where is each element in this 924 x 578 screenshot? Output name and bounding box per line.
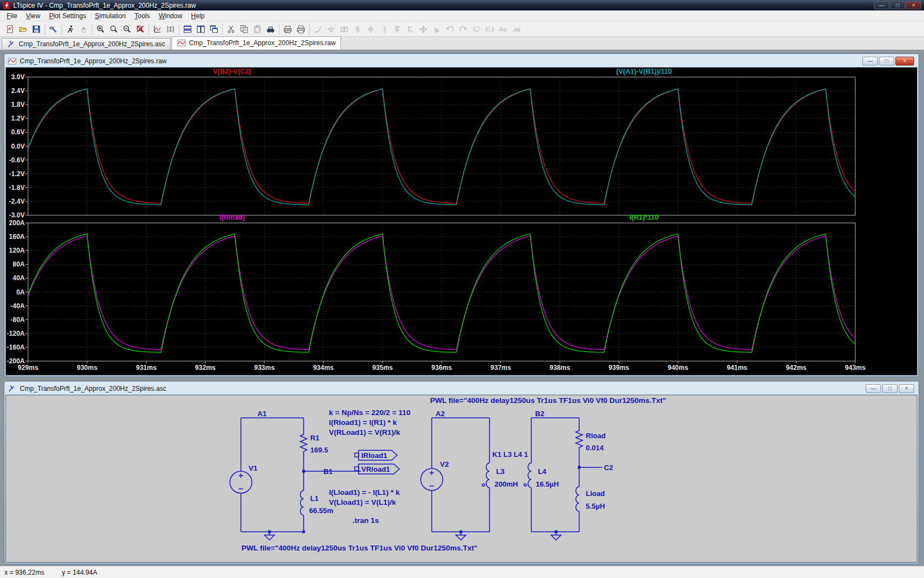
run-button[interactable]: [64, 23, 77, 35]
zoom-full-extents-button[interactable]: [134, 23, 147, 35]
annotation-k-formula[interactable]: k = Np/Ns = 220/2 = 110: [329, 408, 410, 417]
app-close-button[interactable]: ×: [906, 1, 921, 9]
net-label-b1[interactable]: B1: [323, 467, 333, 476]
zoom-in-button[interactable]: [94, 23, 107, 35]
resistor-r1[interactable]: [300, 433, 307, 454]
menu-simulation[interactable]: Simulation: [91, 11, 130, 21]
resistor-rload[interactable]: [576, 429, 582, 450]
net-label-c2[interactable]: C2: [604, 464, 613, 472]
tran-directive[interactable]: .tran 1s: [353, 516, 379, 525]
flag-irload1-label[interactable]: IRload1: [361, 451, 387, 460]
v2-name[interactable]: V2: [440, 460, 449, 468]
tile-horizontal-button[interactable]: [181, 23, 194, 35]
autorange-button[interactable]: [151, 23, 164, 35]
waveform-doc-icon: [177, 39, 186, 47]
zoom-area-icon: [109, 25, 118, 34]
flag-vrload1-label[interactable]: VRload1: [361, 465, 390, 473]
open-folder-icon: [19, 25, 28, 34]
l1-value[interactable]: 66.55m: [309, 506, 333, 515]
app-maximize-button[interactable]: □: [890, 1, 905, 9]
net-label-a1[interactable]: A1: [257, 410, 267, 418]
r1-name[interactable]: R1: [310, 434, 320, 442]
run-icon: [66, 25, 75, 34]
annotation-vrload-formula[interactable]: V(RLoad1) = V(R1)/k: [329, 428, 400, 437]
inductor-l1[interactable]: [300, 490, 304, 515]
annotation-irload-formula[interactable]: I(Rload1) = I(R1) * k: [329, 418, 397, 427]
app-title: LTspice IV - Cmp_TransfoPrft_1e_Approx_2…: [13, 2, 196, 9]
net-label-icon: [340, 25, 349, 34]
zoom-area-button[interactable]: [107, 23, 120, 35]
l4-name[interactable]: L4: [538, 467, 547, 476]
spice-directive-button: .op: [509, 23, 522, 35]
schematic-restore-button[interactable]: □: [882, 384, 898, 393]
vertical-autorange-button[interactable]: [164, 23, 177, 35]
pwl-annotation-top[interactable]: PWL file="400Hz delay1250us Tr1us TF1us …: [430, 396, 666, 405]
lload-value[interactable]: 5.5µH: [586, 502, 605, 510]
inductor-l3[interactable]: [482, 463, 490, 488]
v1-name[interactable]: V1: [249, 464, 257, 472]
find-button[interactable]: [264, 23, 277, 35]
tab-waveform[interactable]: Cmp_TransfoPrft_1e_Approx_200Hz_2Spires.…: [172, 36, 341, 50]
trace-i-rload-[interactable]: [28, 236, 855, 350]
rload-name[interactable]: Rload: [586, 432, 606, 440]
trace-i-r1-110[interactable]: [28, 234, 855, 352]
trace-label[interactable]: I(R1)*110: [630, 214, 659, 221]
r1-value[interactable]: 169.5: [310, 446, 328, 454]
menu-help[interactable]: Help: [186, 11, 209, 21]
rload-value[interactable]: 0.014: [586, 444, 604, 452]
trace-label[interactable]: V(B2)-V(C2): [213, 68, 251, 75]
annotation-vlload-formula[interactable]: V(Lload1) = V(L1)/k: [329, 498, 396, 506]
l4-value[interactable]: 16.5µH: [536, 480, 559, 488]
app-minimize-button[interactable]: —: [874, 1, 889, 9]
schematic-canvas[interactable]: A1 V1 R1 169.5 B1 L1 66.55m k = Np/Ns = …: [6, 395, 917, 562]
trace-label[interactable]: (V(A1)-V(B1))/110: [616, 68, 672, 75]
l3-name[interactable]: L3: [496, 467, 504, 476]
waveform-close-button[interactable]: ×: [895, 57, 914, 66]
l3-phase-dot: [482, 484, 485, 486]
voltage-source-v2[interactable]: [421, 468, 443, 490]
lload-name[interactable]: Lload: [586, 489, 605, 498]
copy-button[interactable]: [238, 23, 251, 35]
svg-text:935ms: 935ms: [372, 364, 393, 372]
menu-view[interactable]: View: [21, 11, 45, 21]
print-preview-button[interactable]: [281, 23, 294, 35]
annotation-ilload-formula[interactable]: I(Lload1) = - I(L1) * k: [329, 488, 400, 497]
cut-button[interactable]: [224, 23, 238, 35]
save-button[interactable]: [30, 23, 43, 35]
zoom-out-button[interactable]: [120, 23, 134, 35]
find-icon: [266, 25, 275, 34]
wires-loop-a2[interactable]: [432, 418, 490, 532]
menu-window[interactable]: Window: [155, 11, 187, 21]
waveform-plot-area[interactable]: 3.0V2.4V1.8V1.2V0.6V0.0V-0.6V-1.2V-1.8V-…: [6, 68, 917, 375]
waveform-restore-button[interactable]: □: [879, 57, 894, 66]
inductor-lload[interactable]: [576, 487, 579, 511]
l1-name[interactable]: L1: [310, 494, 318, 503]
print-button[interactable]: [294, 23, 307, 35]
mdi-area: Cmp_TransfoPrft_1e_Approx_200Hz_2Spires.…: [0, 50, 924, 566]
tile-vertical-button[interactable]: [194, 23, 207, 35]
new-schematic-button[interactable]: [3, 23, 16, 35]
tab-schematic[interactable]: Cmp_TransfoPrft_1e_Approx_200Hz_2Spires.…: [2, 38, 170, 50]
pwl-annotation-bottom[interactable]: PWL file="400Hz delay1250us Tr1us TF1us …: [241, 544, 477, 552]
cascade-button[interactable]: [207, 23, 221, 35]
coupling-directive[interactable]: K1 L3 L4 1: [492, 450, 528, 459]
schematic-close-button[interactable]: ×: [899, 384, 914, 393]
schematic-window-titlebar[interactable]: Cmp_TransfoPrft_1e_Approx_200Hz_2Spires.…: [6, 383, 917, 395]
inductor-l4[interactable]: [524, 463, 531, 488]
net-label-a2[interactable]: A2: [436, 410, 445, 418]
control-panel-button[interactable]: [47, 23, 60, 35]
voltage-source-v1[interactable]: [230, 471, 252, 493]
schematic-minimize-button[interactable]: —: [866, 384, 881, 393]
menu-file[interactable]: File: [2, 11, 21, 21]
menu-plot-settings[interactable]: Plot Settings: [45, 11, 90, 21]
waveform-window-titlebar[interactable]: Cmp_TransfoPrft_1e_Approx_200Hz_2Spires.…: [6, 55, 917, 67]
svg-text:-40A: -40A: [10, 302, 25, 310]
menu-tools[interactable]: Tools: [130, 11, 155, 21]
trace-label[interactable]: I(Rload): [219, 214, 245, 221]
waveform-minimize-button[interactable]: —: [862, 57, 878, 66]
open-folder-button[interactable]: [16, 23, 30, 35]
net-label-b2[interactable]: B2: [535, 410, 544, 418]
spice-directive-icon: .op: [512, 25, 520, 34]
vertical-autorange-icon: [166, 25, 175, 34]
l3-value[interactable]: 200mH: [494, 480, 518, 488]
